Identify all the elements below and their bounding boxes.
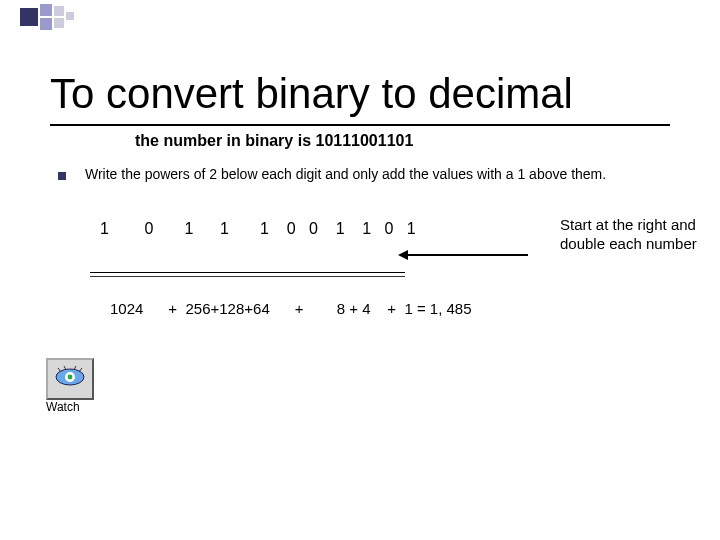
arrow-line (404, 254, 528, 256)
watch-button[interactable] (46, 358, 94, 400)
eye-icon (54, 364, 86, 394)
binary-digits-row: 1 0 1 1 1 0 0 1 1 0 1 (100, 220, 416, 238)
divider-line-2 (90, 276, 405, 277)
side-note: Start at the right and double each numbe… (560, 216, 700, 254)
slide-subtitle: the number in binary is 10111001101 (135, 132, 413, 150)
divider-line-1 (90, 272, 405, 273)
left-arrow (398, 248, 528, 262)
slide-title: To convert binary to decimal (50, 70, 573, 118)
title-underline (50, 124, 670, 126)
bullet-icon (58, 172, 66, 180)
bullet-text: Write the powers of 2 below each digit a… (85, 166, 685, 182)
calculation-row: 1024 + 256+128+64 + 8 + 4 + 1 = 1, 485 (110, 300, 472, 317)
watch-label: Watch (46, 400, 80, 414)
svg-point-2 (68, 375, 73, 380)
